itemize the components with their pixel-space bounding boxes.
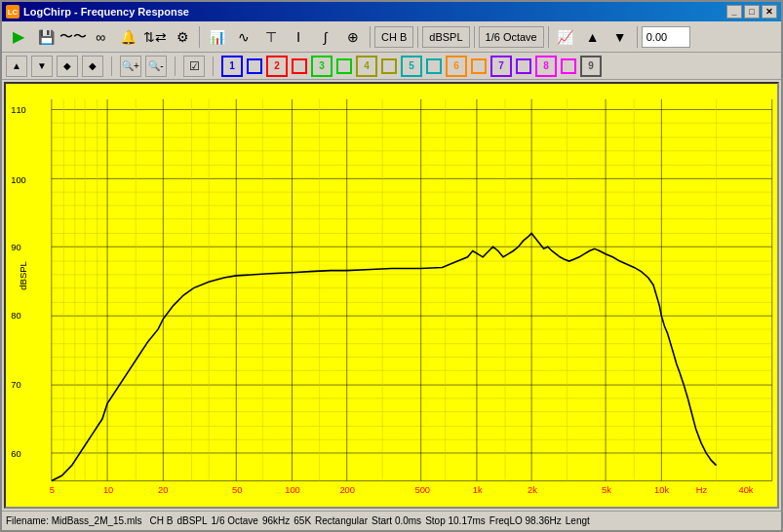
svg-text:40k: 40k: [738, 484, 753, 495]
impulse-button[interactable]: Ⅰ: [286, 24, 311, 50]
sample-rate-label: 96kHz: [262, 515, 290, 526]
channel-box-4-check[interactable]: [381, 58, 397, 74]
app-icon: LC: [6, 5, 20, 19]
units-label: dBSPL: [176, 515, 207, 526]
channel-box-3-check[interactable]: [336, 58, 352, 74]
down-arrow-button[interactable]: ▼: [607, 24, 633, 50]
wave2-button[interactable]: ∿: [231, 24, 256, 50]
arrows-button[interactable]: ⇅⇄: [142, 24, 168, 50]
level-label: 65K: [294, 515, 311, 526]
minimize-button[interactable]: _: [726, 5, 742, 19]
sep4: [474, 26, 475, 48]
filename-label: Filename: MidBass_2M_15.mls: [6, 515, 142, 526]
sep3: [417, 26, 418, 48]
svg-rect-1: [6, 84, 52, 507]
overlay-checkbox[interactable]: ☑: [183, 56, 205, 77]
svg-text:100: 100: [11, 174, 26, 185]
scroll-right-button[interactable]: ◆: [82, 56, 103, 77]
sep1: [199, 26, 200, 48]
svg-text:Hz: Hz: [696, 484, 708, 495]
title-bar-buttons: _ □ ✕: [726, 5, 777, 19]
svg-text:110: 110: [11, 104, 26, 115]
settings-button[interactable]: ⚙: [170, 24, 195, 50]
zoom-out-button[interactable]: 🔍-: [145, 56, 167, 77]
channel-box-1-check[interactable]: [247, 58, 262, 74]
svg-text:5: 5: [50, 484, 55, 495]
main-area: 110 100 90 80 70 60 dBSPL: [2, 80, 781, 511]
channel-box-4[interactable]: 4: [356, 56, 377, 77]
channel-box-7[interactable]: 7: [490, 56, 512, 77]
zoom-in-button[interactable]: 🔍+: [120, 56, 141, 77]
svg-text:5k: 5k: [602, 484, 611, 495]
play-button[interactable]: ▶: [6, 24, 31, 50]
freqlo-label: FreqLO 98.36Hz: [489, 515, 562, 526]
scroll-left-button[interactable]: ◆: [57, 56, 78, 77]
length-label: Lengt: [566, 515, 590, 526]
channel-box-1[interactable]: 1: [221, 56, 243, 77]
svg-text:90: 90: [11, 242, 20, 252]
step-button[interactable]: ∫: [313, 24, 338, 50]
spectrogram-button[interactable]: ⊕: [340, 24, 366, 50]
nav-sep1: [111, 57, 112, 76]
channel-box-5-check[interactable]: [426, 58, 442, 74]
svg-text:10k: 10k: [654, 484, 669, 495]
save-button[interactable]: 💾: [33, 24, 59, 50]
title-bar: LC LogChirp - Frequency Response _ □ ✕: [2, 2, 781, 21]
chart-container[interactable]: 110 100 90 80 70 60 dBSPL: [4, 82, 779, 509]
channel-box-3[interactable]: 3: [311, 56, 333, 77]
main-toolbar: ▶ 💾 〜〜 ∞ 🔔 ⇅⇄ ⚙ 📊 ∿ ⊤ Ⅰ ∫ ⊕ CH B dBSPL 1…: [2, 21, 781, 53]
channel-label: CH B: [150, 515, 174, 526]
frequency-response-chart: 110 100 90 80 70 60 dBSPL: [6, 84, 777, 507]
filter-button[interactable]: 🔔: [115, 24, 140, 50]
nav-sep2: [175, 57, 176, 76]
up-arrow-button[interactable]: ▲: [580, 24, 606, 50]
window-label: Rectangular: [315, 515, 368, 526]
octave-label: 1/6 Octave: [212, 515, 258, 526]
channel-box-9[interactable]: 9: [580, 56, 602, 77]
close-button[interactable]: ✕: [762, 5, 777, 19]
levels-button[interactable]: 📊: [204, 24, 229, 50]
phase-button[interactable]: ⊤: [258, 24, 284, 50]
loop-button[interactable]: ∞: [88, 24, 113, 50]
status-bar: Filename: MidBass_2M_15.mls CH B dBSPL 1…: [2, 511, 781, 530]
nav-sep3: [213, 57, 214, 76]
scroll-down-button[interactable]: ▼: [31, 56, 53, 77]
svg-text:2k: 2k: [528, 484, 537, 495]
channel-selector[interactable]: CH B: [374, 26, 413, 48]
svg-text:50: 50: [232, 484, 242, 495]
cursor-button[interactable]: 📈: [553, 24, 578, 50]
svg-text:20: 20: [158, 484, 168, 495]
svg-text:10: 10: [103, 484, 113, 495]
channel-box-2-check[interactable]: [292, 58, 307, 74]
stop-label: Stop 10.17ms: [425, 515, 486, 526]
value-display: 0.00: [642, 26, 690, 48]
svg-text:dBSPL: dBSPL: [18, 261, 28, 290]
maximize-button[interactable]: □: [744, 5, 760, 19]
units-selector[interactable]: dBSPL: [422, 26, 469, 48]
channel-box-2[interactable]: 2: [266, 56, 288, 77]
channel-box-7-check[interactable]: [516, 58, 531, 74]
svg-text:1k: 1k: [473, 484, 483, 495]
svg-text:60: 60: [11, 448, 20, 459]
channel-box-5[interactable]: 5: [401, 56, 422, 77]
channel-box-6-check[interactable]: [471, 58, 487, 74]
sep2: [370, 26, 371, 48]
start-label: Start 0.0ms: [372, 515, 421, 526]
window-title: LogChirp - Frequency Response: [23, 6, 189, 18]
wave-button[interactable]: 〜〜: [60, 24, 86, 50]
sep5: [548, 26, 549, 48]
nav-bar: ▲ ▼ ◆ ◆ 🔍+ 🔍- ☑ 1 2 3 4 5 6 7 8 9: [2, 53, 781, 80]
svg-text:70: 70: [11, 379, 20, 390]
octave-selector[interactable]: 1/6 Octave: [479, 26, 544, 48]
main-window: LC LogChirp - Frequency Response _ □ ✕ ▶…: [0, 0, 783, 532]
sep6: [637, 26, 638, 48]
svg-text:200: 200: [339, 484, 355, 495]
channel-box-8[interactable]: 8: [535, 56, 557, 77]
channel-box-6[interactable]: 6: [446, 56, 467, 77]
scroll-up-button[interactable]: ▲: [6, 56, 27, 77]
channel-box-8-check[interactable]: [561, 58, 576, 74]
svg-text:100: 100: [285, 484, 300, 495]
svg-text:500: 500: [414, 484, 430, 495]
title-bar-left: LC LogChirp - Frequency Response: [6, 5, 189, 19]
svg-text:80: 80: [11, 310, 20, 321]
